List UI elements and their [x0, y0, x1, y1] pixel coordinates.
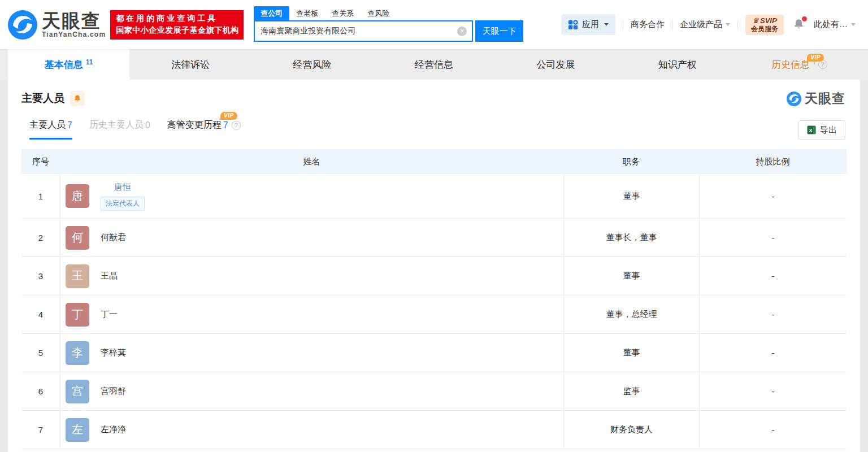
col-header-no: 序号	[21, 157, 60, 167]
person-name[interactable]: 李梓萁	[101, 347, 126, 357]
header-right: 应用 商务合作 企业级产品 ♛ SVIP 会员服务 此处有…	[561, 14, 856, 35]
svip-member-badge[interactable]: ♛ SVIP 会员服务	[745, 15, 784, 35]
avatar[interactable]: 左	[66, 418, 89, 442]
avatar[interactable]: 李	[66, 341, 89, 365]
nav-tab-label: 公司发展	[536, 58, 575, 71]
nav-tab-label: 历史信息	[771, 58, 810, 71]
logo-text-cn: 天眼查	[42, 11, 106, 31]
notification-dot	[802, 16, 807, 21]
business-coop-link[interactable]: 商务合作	[631, 19, 665, 30]
search-box: ×	[254, 20, 473, 42]
person-name[interactable]: 何猷君	[101, 232, 126, 242]
nav-tab[interactable]: 知识产权	[617, 49, 738, 80]
share-ratio: -	[699, 257, 847, 295]
share-ratio: -	[699, 372, 847, 410]
personnel-subtabs: 主要人员7历史主要人员0高管变更历程7?VIP	[21, 119, 847, 140]
tag-row: 法定代表人	[101, 197, 145, 211]
share-ratio: -	[699, 411, 847, 449]
nav-tab-label: 法律诉讼	[171, 58, 210, 71]
row-number: 7	[21, 411, 60, 449]
slogan-line2: 国家中小企业发展子基金旗下机构	[116, 25, 238, 36]
person-position: 董事	[563, 174, 699, 218]
clear-search-icon[interactable]: ×	[457, 27, 467, 36]
search-tab[interactable]: 查关系	[325, 6, 361, 20]
apps-menu-button[interactable]: 应用	[561, 14, 615, 35]
personnel-subtab[interactable]: 高管变更历程7?VIP	[167, 119, 241, 140]
personnel-subtab[interactable]: 历史主要人员0	[89, 119, 150, 140]
nav-tab[interactable]: 法律诉讼	[129, 49, 251, 80]
subtab-count: 7	[223, 120, 228, 131]
search-input[interactable]	[261, 27, 447, 36]
logo-text-en: TianYanCha.com	[42, 31, 106, 38]
tianyancha-logo-icon	[8, 10, 37, 40]
nav-tab[interactable]: 历史信息7?VIP	[739, 49, 860, 80]
avatar[interactable]: 宫	[66, 380, 89, 403]
share-ratio: -	[699, 334, 847, 372]
nav-tab[interactable]: 公司发展	[495, 49, 617, 80]
table-body: 1 唐 唐恒 法定代表人 董事 - 2 何 何猷君 董事长，董事 -	[21, 174, 847, 449]
nav-tab[interactable]: 经营信息	[373, 49, 494, 80]
nav-tab-label: 经营风险	[293, 58, 332, 71]
chevron-down-icon	[851, 23, 856, 26]
search-tab[interactable]: 查风险	[361, 6, 396, 20]
key-personnel-card: 主要人员 天眼查 主要人员7历史主要人员0高管变更历程7?VIP X 导出 序号	[8, 80, 860, 452]
col-header-name: 姓名	[60, 157, 563, 167]
row-number: 3	[21, 257, 60, 295]
divider	[672, 20, 672, 29]
enterprise-product-link[interactable]: 企业级产品	[680, 19, 730, 30]
divider	[623, 20, 623, 29]
apps-grid-icon	[568, 20, 578, 30]
company-section-nav: 基本信息11法律诉讼经营风险经营信息公司发展知识产权历史信息7?VIP	[0, 49, 868, 80]
person-position: 财务负责人	[563, 411, 699, 449]
divider	[737, 20, 738, 29]
search-tab[interactable]: 查公司	[254, 6, 289, 20]
nav-tab[interactable]: 经营风险	[251, 49, 373, 80]
export-button[interactable]: X 导出	[798, 120, 845, 140]
person-name[interactable]: 王晶	[101, 271, 118, 280]
help-icon[interactable]: ?	[232, 121, 241, 130]
avatar[interactable]: 王	[66, 264, 89, 288]
section-title: 主要人员	[21, 91, 64, 106]
share-ratio: -	[699, 295, 847, 333]
chevron-down-icon	[726, 23, 730, 26]
legal-rep-tag[interactable]: 法定代表人	[101, 197, 145, 211]
nav-tab[interactable]: 基本信息11	[8, 49, 129, 80]
row-number: 1	[21, 174, 60, 218]
person-name[interactable]: 宫羽舒	[101, 386, 126, 395]
name-block: 宫羽舒	[101, 386, 126, 397]
search-button[interactable]: 天眼一下	[475, 20, 523, 42]
svg-text:X: X	[809, 127, 813, 133]
personnel-subtab[interactable]: 主要人员7	[29, 119, 72, 140]
nav-tab-label: 经营信息	[415, 58, 453, 71]
share-ratio: -	[699, 174, 847, 218]
excel-icon: X	[807, 125, 816, 134]
col-header-position: 职务	[563, 157, 699, 167]
watermark-text: 天眼查	[805, 90, 845, 107]
tianyancha-logo[interactable]: 天眼查 TianYanCha.com	[8, 10, 106, 40]
table-row: 5 李 李梓萁 董事 -	[21, 334, 847, 372]
name-block: 王晶	[101, 271, 118, 281]
nav-tab-label: 知识产权	[658, 58, 697, 71]
table-row: 6 宫 宫羽舒 监事 -	[21, 372, 847, 411]
person-position: 董事	[563, 257, 699, 295]
apps-menu-label: 应用	[582, 19, 599, 30]
avatar[interactable]: 丁	[66, 303, 89, 327]
person-name[interactable]: 唐恒	[114, 182, 131, 192]
search-tab[interactable]: 查老板	[289, 6, 325, 20]
col-header-ratio: 持股比例	[699, 157, 847, 167]
svip-service-label: 会员服务	[751, 25, 778, 33]
bell-icon	[73, 94, 81, 102]
name-block: 唐恒 法定代表人	[101, 182, 145, 211]
table-row: 2 何 何猷君 董事长，董事 -	[21, 219, 847, 257]
notification-bell-button[interactable]	[793, 18, 805, 32]
person-position: 董事	[563, 334, 699, 372]
tianyancha-watermark-icon	[787, 92, 801, 106]
nav-tab-label: 基本信息	[45, 58, 83, 71]
monitor-bell-button[interactable]	[70, 91, 85, 106]
account-menu[interactable]: 此处有…	[814, 19, 856, 30]
person-name[interactable]: 丁一	[101, 309, 118, 319]
avatar[interactable]: 何	[66, 226, 89, 250]
export-label: 导出	[820, 125, 837, 136]
avatar[interactable]: 唐	[66, 184, 89, 208]
person-name[interactable]: 左净净	[101, 424, 126, 434]
